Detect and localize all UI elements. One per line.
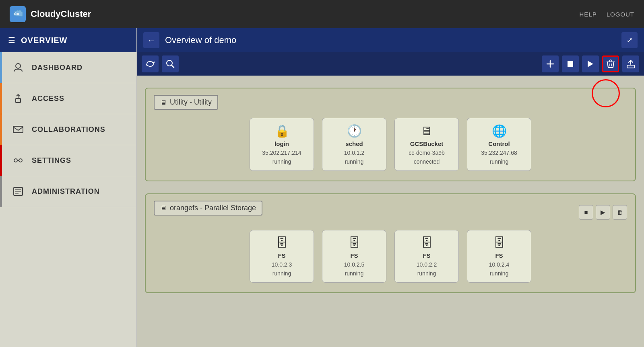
node-gcsbucket[interactable]: 🖥 GCSBucket cc-demo-3a9b connected [394,118,459,171]
svg-rect-14 [568,61,573,67]
content-title: Overview of demo [165,35,236,45]
play-button[interactable] [582,55,599,72]
svg-point-1 [16,64,21,68]
sidebar-item-access[interactable]: ACCESS [0,83,136,114]
cluster-orangefs-header: 🖥 orangefs - Parallel Storage ■ ▶ 🗑 [154,201,627,224]
sidebar-label-access: ACCESS [32,94,64,103]
gcsbucket-status: connected [414,158,440,165]
orangefs-label-icon: 🖥 [160,205,167,212]
node-login[interactable]: 🔒 login 35.202.217.214 running [250,118,314,171]
cluster-orangefs-label: 🖥 orangefs - Parallel Storage [154,201,262,216]
sidebar: ☰ OVERVIEW DASHBOARD ACCESS [0,28,137,347]
login-name: login [275,140,289,147]
sched-ip: 10.0.1.2 [344,150,365,156]
refresh-button[interactable] [142,55,159,72]
sidebar-title: OVERVIEW [21,36,67,45]
fs4-status: running [490,270,509,277]
fs1-icon: 🗄 [276,236,288,250]
fs4-ip: 10.0.2.4 [489,261,510,268]
content-area: ← Overview of demo ⤢ [137,28,644,347]
administration-icon [12,185,25,198]
bucket-button[interactable] [602,55,619,72]
fs3-ip: 10.0.2.2 [417,261,437,268]
node-fs-3[interactable]: 🗄 FS 10.0.2.2 running [394,230,459,283]
logout-link[interactable]: LOGOUT [607,11,634,18]
access-icon [12,92,25,105]
upload-button[interactable] [622,55,639,72]
settings-icon [12,154,25,167]
svg-rect-19 [627,65,634,68]
orangefs-stop-btn[interactable]: ■ [579,205,593,220]
sidebar-label-collaborations: COLLABORATIONS [32,125,105,134]
search-button[interactable] [162,55,179,72]
node-fs-2[interactable]: 🗄 FS 10.0.2.5 running [322,230,386,283]
svg-marker-15 [588,61,593,67]
fs3-status: running [417,270,436,277]
node-control[interactable]: 🌐 Control 35.232.247.68 running [467,118,531,171]
toolbar-left [142,55,179,72]
control-status: running [490,158,509,165]
fs3-icon: 🗄 [421,236,433,250]
main-layout: ☰ OVERVIEW DASHBOARD ACCESS [0,28,644,347]
dashboard-icon [12,61,25,74]
sidebar-header: ☰ OVERVIEW [0,28,136,52]
control-ip: 35.232.247.68 [481,150,517,156]
fs2-ip: 10.0.2.5 [344,261,365,268]
fs2-status: running [345,270,364,277]
fs3-name: FS [423,252,430,259]
node-sched[interactable]: 🕐 sched 10.0.1.2 running [322,118,386,171]
gcsbucket-ip: cc-demo-3a9b [409,150,445,156]
sidebar-label-dashboard: DASHBOARD [32,64,83,72]
fs1-name: FS [278,252,285,259]
app-name: CloudyCluster [31,9,91,19]
orangefs-play-btn[interactable]: ▶ [596,205,610,220]
gcsbucket-icon: 🖥 [421,124,433,138]
sidebar-item-dashboard[interactable]: DASHBOARD [0,52,136,83]
fs2-name: FS [350,252,358,259]
login-icon: 🔒 [275,124,289,138]
scroll-area: 🖥 Utility - Utility 🔒 login 35.202.217.2… [137,76,644,347]
logo: CloudyCluster [10,6,91,22]
cluster-label-icon: 🖥 [160,99,167,106]
svg-line-11 [171,65,174,68]
svg-rect-3 [13,126,23,133]
fs4-name: FS [495,252,503,259]
login-status: running [272,158,291,165]
cluster-utility-title: Utility - Utility [170,98,212,107]
fs4-icon: 🗄 [493,236,505,250]
control-name: Control [488,140,510,147]
cluster-utility: 🖥 Utility - Utility 🔒 login 35.202.217.2… [145,88,636,181]
toolbar [137,52,644,76]
gcsbucket-name: GCSBucket [410,140,444,147]
svg-point-0 [17,13,19,15]
cluster-orangefs: 🖥 orangefs - Parallel Storage ■ ▶ 🗑 🗄 FS… [145,193,636,293]
expand-button[interactable]: ⤢ [621,32,638,48]
node-fs-4[interactable]: 🗄 FS 10.0.2.4 running [467,230,531,283]
sidebar-item-collaborations[interactable]: COLLABORATIONS [0,114,136,145]
sched-name: sched [345,140,363,147]
node-fs-1[interactable]: 🗄 FS 10.0.2.3 running [250,230,314,283]
top-nav: HELP LOGOUT [579,11,634,18]
sidebar-label-settings: SETTINGS [32,156,71,165]
svg-rect-6 [14,187,23,195]
fs1-status: running [272,270,291,277]
sched-status: running [345,158,364,165]
fs1-ip: 10.0.2.3 [272,261,292,268]
cluster-utility-nodes: 🔒 login 35.202.217.214 running 🕐 sched 1… [154,118,627,171]
svg-point-5 [19,159,22,162]
add-button[interactable] [542,55,559,72]
sidebar-item-settings[interactable]: SETTINGS [0,145,136,176]
toolbar-right [542,55,639,72]
help-link[interactable]: HELP [579,11,597,18]
stop-button[interactable] [562,55,579,72]
fs2-icon: 🗄 [348,236,360,250]
back-button[interactable]: ← [143,32,159,48]
cluster-header-btns: ■ ▶ 🗑 [579,205,627,220]
hamburger-icon[interactable]: ☰ [8,35,15,45]
content-header: ← Overview of demo ⤢ [137,28,644,52]
cluster-utility-label: 🖥 Utility - Utility [154,95,218,110]
sched-icon: 🕐 [347,124,362,138]
sidebar-item-administration[interactable]: ADMINISTRATION [0,176,136,207]
orangefs-delete-btn[interactable]: 🗑 [613,205,627,220]
control-icon: 🌐 [492,124,507,138]
